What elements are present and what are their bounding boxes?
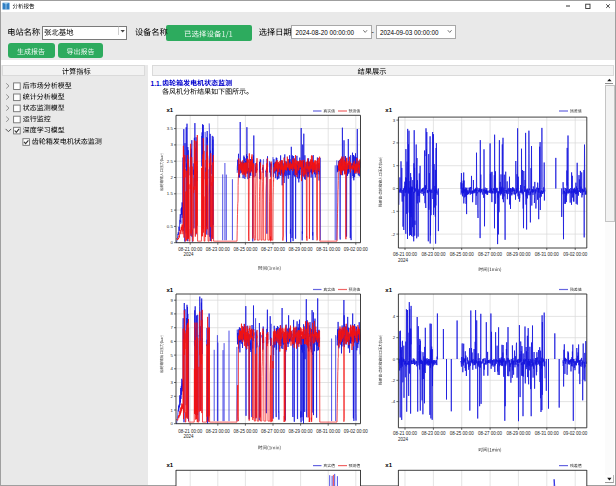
svg-text:8: 8 <box>170 311 173 316</box>
svg-text:-4: -4 <box>391 399 395 404</box>
svg-text:08-21 00:00: 08-21 00:00 <box>393 252 418 257</box>
svg-text:08-31 00:00: 08-31 00:00 <box>535 431 560 436</box>
svg-text:08-23 00:00: 08-23 00:00 <box>206 429 231 434</box>
svg-text:2024-09-03 00:00:00: 2024-09-03 00:00:00 <box>380 29 439 36</box>
svg-text:08-27 00:00: 08-27 00:00 <box>478 431 503 436</box>
svg-text:08-23 00:00: 08-23 00:00 <box>421 252 446 257</box>
svg-text:2024-08-20 00:00:00: 2024-08-20 00:00:00 <box>296 29 355 36</box>
svg-text:x1: x1 <box>385 107 392 113</box>
svg-text:x1: x1 <box>167 287 174 293</box>
svg-text:2024: 2024 <box>398 258 409 263</box>
svg-text:08-23 00:00: 08-23 00:00 <box>421 431 446 436</box>
svg-text:09-02 00:00: 09-02 00:00 <box>344 429 369 434</box>
svg-text:0: 0 <box>393 186 396 191</box>
svg-text:x1: x1 <box>167 107 174 113</box>
svg-text:0: 0 <box>393 357 396 362</box>
svg-text:08-27 00:00: 08-27 00:00 <box>478 252 503 257</box>
svg-text:6: 6 <box>170 339 173 344</box>
svg-text:09-02 00:00: 09-02 00:00 <box>344 247 369 252</box>
svg-text:2: 2 <box>393 335 396 340</box>
svg-text:1: 1 <box>170 208 173 213</box>
svg-text:5: 5 <box>170 353 173 358</box>
svg-text:3.5: 3.5 <box>167 126 174 131</box>
svg-text:08-29 00:00: 08-29 00:00 <box>506 431 531 436</box>
svg-text:08-31 00:00: 08-31 00:00 <box>316 247 341 252</box>
svg-text:08-25 00:00: 08-25 00:00 <box>450 252 475 257</box>
svg-text:3: 3 <box>170 380 173 385</box>
svg-text:-1: -1 <box>391 209 395 214</box>
svg-text:2024: 2024 <box>183 434 194 439</box>
svg-text:-: - <box>372 28 375 35</box>
svg-text:08-27 00:00: 08-27 00:00 <box>261 429 286 434</box>
svg-text:08-23 00:00: 08-23 00:00 <box>206 247 231 252</box>
svg-text:-2: -2 <box>391 378 395 383</box>
svg-text:x1: x1 <box>385 287 392 293</box>
svg-text:1: 1 <box>393 163 396 168</box>
svg-text:08-29 00:00: 08-29 00:00 <box>289 247 314 252</box>
svg-text:-2: -2 <box>391 232 395 237</box>
svg-text:08-25 00:00: 08-25 00:00 <box>450 431 475 436</box>
svg-text:4: 4 <box>393 314 396 319</box>
svg-text:08-29 00:00: 08-29 00:00 <box>289 429 314 434</box>
svg-text:9: 9 <box>170 298 173 303</box>
svg-text:3: 3 <box>393 118 396 123</box>
svg-text:7: 7 <box>170 325 173 330</box>
svg-text:3: 3 <box>170 142 173 147</box>
svg-text:2024: 2024 <box>398 437 409 442</box>
svg-text:08-21 00:00: 08-21 00:00 <box>393 431 418 436</box>
svg-text:09-02 00:00: 09-02 00:00 <box>563 431 588 436</box>
svg-text:0: 0 <box>170 421 173 426</box>
svg-text:2: 2 <box>393 140 396 145</box>
svg-text:2: 2 <box>170 175 173 180</box>
svg-text:08-25 00:00: 08-25 00:00 <box>233 247 258 252</box>
svg-text:08-27 00:00: 08-27 00:00 <box>261 247 286 252</box>
svg-text:2: 2 <box>170 394 173 399</box>
svg-text:1.1.: 1.1. <box>151 80 162 87</box>
svg-text:2.5: 2.5 <box>167 159 174 164</box>
svg-text:2024: 2024 <box>183 252 194 257</box>
svg-text:08-29 00:00: 08-29 00:00 <box>506 252 531 257</box>
svg-text:08-31 00:00: 08-31 00:00 <box>535 252 560 257</box>
svg-text:0: 0 <box>170 240 173 245</box>
svg-text:x1: x1 <box>167 462 174 468</box>
svg-text:1: 1 <box>170 408 173 413</box>
svg-text:08-25 00:00: 08-25 00:00 <box>233 429 258 434</box>
svg-text:09-02 00:00: 09-02 00:00 <box>563 252 588 257</box>
svg-text:0.5: 0.5 <box>167 224 174 229</box>
svg-text:08-31 00:00: 08-31 00:00 <box>316 429 341 434</box>
svg-text:x1: x1 <box>385 462 392 468</box>
svg-text:1.5: 1.5 <box>167 191 174 196</box>
svg-text:4: 4 <box>170 366 173 371</box>
